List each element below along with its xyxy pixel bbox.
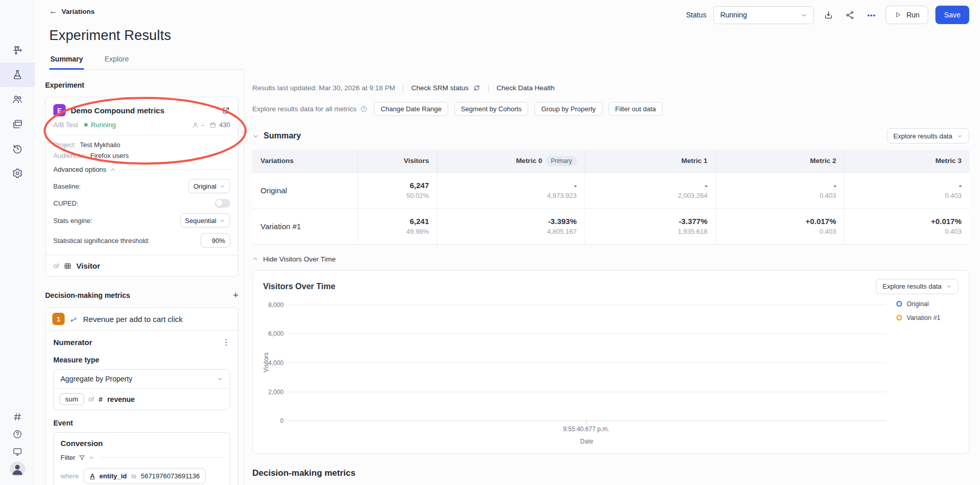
results-table: Variations Visitors Metric 0Primary Metr… xyxy=(252,150,969,245)
table-header-row: Variations Visitors Metric 0Primary Metr… xyxy=(252,150,969,172)
question-circle-icon xyxy=(12,429,23,439)
audiences-value: Firefox users xyxy=(90,152,129,159)
measure-type-select[interactable]: Aggregate by Property xyxy=(54,370,230,389)
threshold-input[interactable]: 90% xyxy=(201,233,230,248)
table-row[interactable]: Original 6,24750.02% -4,973.923 -2,003.2… xyxy=(252,172,969,208)
chevron-down-icon xyxy=(219,184,225,189)
pipeline-icon xyxy=(12,45,23,56)
add-metric-button[interactable]: + xyxy=(233,290,238,300)
col-metric-0-label: Metric 0 xyxy=(516,157,542,165)
metric-delta: +0.017% xyxy=(724,217,836,226)
variation-name: Original xyxy=(252,172,357,208)
baseline-label: Baseline: xyxy=(53,183,81,190)
filter-out-data-button[interactable]: Filter out data xyxy=(609,102,663,116)
event-name[interactable]: Conversion xyxy=(61,439,223,448)
chart-title: Visitors Over Time xyxy=(263,282,335,291)
breadcrumb-back[interactable]: ← Variations xyxy=(49,7,244,15)
rail-item-settings[interactable] xyxy=(0,161,35,186)
explore-results-button[interactable]: Explore results data xyxy=(887,128,969,144)
change-date-range-button[interactable]: Change Date Range xyxy=(374,102,448,116)
rail-item-history[interactable] xyxy=(0,136,35,161)
share-button[interactable] xyxy=(843,8,857,22)
string-type-icon: A xyxy=(90,472,94,480)
x-tick-label: 9:55:40.677 p.m. xyxy=(563,426,609,433)
advanced-options-label: Advanced options xyxy=(53,166,106,173)
legend-item-original[interactable]: Original xyxy=(896,300,941,308)
cuped-toggle[interactable] xyxy=(215,199,230,208)
where-field: entity_id xyxy=(99,472,127,480)
metric-card: 1 Revenue per add to cart click Numerato… xyxy=(45,307,238,485)
rail-item-help[interactable] xyxy=(0,426,35,443)
segment-by-cohorts-button[interactable]: Segment by Cohorts xyxy=(454,102,529,116)
save-button[interactable]: Save xyxy=(935,6,969,24)
y-tick: 6,000 xyxy=(263,330,284,337)
numerator-label: Numerator xyxy=(53,338,92,347)
help-circle-icon[interactable] xyxy=(360,105,368,113)
metric-index-badge: 1 xyxy=(52,313,65,325)
metric-value: 2,003.264 xyxy=(593,192,708,199)
where-label: where xyxy=(61,472,78,480)
aggregation-input[interactable]: sum xyxy=(59,393,84,405)
stats-engine-select[interactable]: Sequential xyxy=(180,213,230,228)
decision-metrics-heading: Decision-making metrics xyxy=(45,291,130,299)
stats-engine-value: Sequential xyxy=(185,217,216,225)
metric-value: 4,973.923 xyxy=(445,192,577,199)
rail-item-pipelines[interactable] xyxy=(0,38,35,63)
visitors-share: 49.98% xyxy=(366,228,429,235)
chart-plot-area: Visitors 8,000 6,000 4,000 2,000 0 9:55:… xyxy=(263,299,958,444)
experiment-badge: E xyxy=(53,104,66,116)
explore-results-label: Explore results data xyxy=(893,132,952,140)
run-button[interactable]: Run xyxy=(886,6,928,24)
metric-delta: -3.393% xyxy=(445,217,577,226)
chevron-up-icon xyxy=(110,167,116,173)
unit-row[interactable]: of Visitor xyxy=(46,255,238,276)
filter-toggle[interactable]: Filter xyxy=(61,454,223,461)
x-axis-line xyxy=(288,420,886,421)
property-value[interactable]: revenue xyxy=(107,395,135,403)
number-type-icon: # xyxy=(98,395,103,403)
legend-item-variation-1[interactable]: Variation #1 xyxy=(896,314,941,321)
kebab-menu-icon[interactable]: ⋮ xyxy=(222,337,230,347)
chevron-down-icon xyxy=(217,376,223,382)
check-data-health-label: Check Data Health xyxy=(496,84,554,92)
table-row[interactable]: Variation #1 6,24149.98% -3.393%4,805.16… xyxy=(252,208,969,244)
tab-summary[interactable]: Summary xyxy=(49,55,84,69)
more-options-button[interactable]: ••• xyxy=(864,8,878,22)
rail-item-hash[interactable] xyxy=(0,408,35,426)
status-label: Status xyxy=(686,11,707,19)
external-link-icon[interactable] xyxy=(222,106,230,115)
x-axis-label: Date xyxy=(580,438,593,445)
metric-header[interactable]: 1 Revenue per add to cart click xyxy=(46,308,238,331)
hide-visitors-toggle[interactable]: Hide Visitors Over Time xyxy=(252,255,969,263)
chart-explore-button[interactable]: Explore results data xyxy=(876,279,958,294)
baseline-select[interactable]: Original xyxy=(188,179,230,193)
group-by-property-button[interactable]: Group by Property xyxy=(534,102,602,116)
advanced-options-toggle[interactable]: Advanced options xyxy=(53,166,230,173)
dashed-divider xyxy=(123,169,230,170)
rail-item-audiences[interactable] xyxy=(0,87,35,112)
experiment-name: Demo Compound metrics xyxy=(71,106,216,115)
check-data-health-link[interactable]: Check Data Health xyxy=(496,84,554,92)
metric-value: 0.403 xyxy=(724,192,836,199)
metric-delta: -3.377% xyxy=(593,217,708,226)
rail-item-windows[interactable] xyxy=(0,112,35,136)
tab-explore[interactable]: Explore xyxy=(104,55,130,69)
metric-value: 4,805.167 xyxy=(445,228,577,235)
download-button[interactable] xyxy=(821,8,835,22)
rail-item-monitor[interactable] xyxy=(0,443,35,460)
gridline xyxy=(288,305,886,305)
separator: | xyxy=(402,84,404,92)
rail-item-profile[interactable] xyxy=(0,460,35,478)
experiment-type: A/B Test xyxy=(53,121,78,129)
status-select[interactable]: Running xyxy=(713,6,814,24)
where-condition[interactable]: A entity_id is 5671976073691136 xyxy=(84,468,206,484)
measure-type-label: Measure type xyxy=(53,356,230,364)
threshold-label: Statistical significance threshold: xyxy=(53,237,150,245)
primary-badge: Primary xyxy=(546,156,576,166)
hide-visitors-label: Hide Visitors Over Time xyxy=(263,255,336,263)
stats-engine-label: Stats engine: xyxy=(53,217,92,225)
summary-collapser[interactable]: Summary xyxy=(252,131,301,140)
check-srm-link[interactable]: Check SRM status xyxy=(411,84,481,92)
audiences-label: Audiences: xyxy=(53,152,86,159)
rail-item-experiments[interactable] xyxy=(0,63,35,87)
